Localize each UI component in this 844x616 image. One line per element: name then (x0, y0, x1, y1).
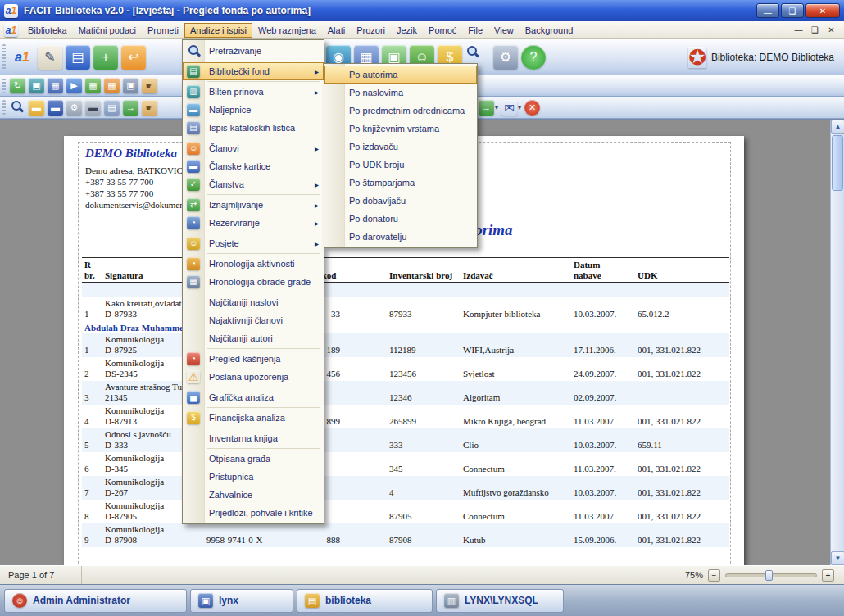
pan-hand-button[interactable]: ☛ (142, 78, 157, 93)
menu-item-najaktivniji-članovi[interactable]: Najaktivniji članovi (183, 311, 324, 329)
minimize-button[interactable] (756, 3, 779, 18)
window-view-button[interactable]: ▣ (123, 78, 138, 93)
zoom-in-button[interactable] (822, 569, 834, 582)
scroll-up-button[interactable] (831, 120, 844, 134)
menubar-item-jezik[interactable]: Jezik (391, 23, 423, 38)
taskbar-panel-biblioteka[interactable]: ▤biblioteka (297, 589, 433, 613)
taskbar-panel-lynx-lynxsql[interactable]: ▥LYNX\LYNXSQL (436, 589, 564, 613)
help-button[interactable]: ? (521, 45, 546, 70)
mdi-close-button[interactable] (825, 25, 837, 36)
submenu-item-label: Po književnim vrstama (349, 124, 439, 134)
submenu-item-po-štamparjama[interactable]: Po štamparjama (324, 174, 477, 192)
logo-a1-button[interactable] (10, 45, 34, 70)
mdi-minimize-button[interactable] (792, 25, 805, 36)
menu-item-članovi[interactable]: ☺Članovi (183, 139, 324, 157)
close-button[interactable] (805, 3, 840, 18)
submenu-item-po-udk-broju[interactable]: Po UDK broju (324, 156, 477, 174)
menu-item-naljepnice[interactable]: ▬Naljepnice (183, 101, 324, 119)
menubar-item-prozori[interactable]: Prozori (351, 23, 391, 38)
submenu-item-po-izdavaču[interactable]: Po izdavaču (324, 138, 477, 156)
library-phone-2: +387 33 55 77 700 (85, 188, 153, 198)
print-setup-button[interactable]: ⚙ (66, 100, 82, 116)
menubar-item-biblioteka[interactable]: Biblioteka (22, 23, 73, 38)
refresh-button[interactable]: ↻ (10, 78, 25, 93)
app-icon[interactable] (4, 4, 18, 18)
menubar-item-prometi[interactable]: Prometi (142, 23, 184, 38)
table-add-button[interactable]: ▦ (85, 78, 101, 93)
menu-item-posjete[interactable]: ☺Posjete (183, 234, 324, 252)
toolbar-grip[interactable] (2, 44, 6, 69)
menubar-item-alati[interactable]: Alati (322, 23, 351, 38)
email-menu-button[interactable]: ✉▾ (501, 100, 521, 116)
submenu-item-po-predmetnim-odrednicama[interactable]: Po predmetnim odrednicama (324, 102, 477, 120)
return-item-button[interactable]: ↩ (121, 45, 146, 70)
menu-item-hronologija-obrade-građe[interactable]: ▦Hronologija obrade građe (183, 273, 324, 291)
menu-item-članstva[interactable]: ✓Članstva (183, 175, 324, 193)
menu-separator (207, 428, 320, 428)
menu-item-pristupnica[interactable]: Pristupnica (183, 468, 324, 486)
zoom-out-button[interactable] (708, 569, 720, 582)
open-report-button[interactable]: ▬ (29, 100, 44, 116)
menu-item-hronologija-aktivnosti[interactable]: ◔Hronologija aktivnosti (183, 255, 324, 273)
toolbar-grip[interactable] (2, 100, 6, 115)
menu-item-label: Članske kartice (209, 161, 270, 171)
menu-item-iznajmljivanje[interactable]: ⇄Iznajmljivanje (183, 196, 324, 214)
submenu-item-po-autorima[interactable]: Po autorima (324, 66, 477, 84)
menubar-item-file[interactable]: File (462, 23, 488, 38)
catalog-book-button[interactable]: ▤ (66, 45, 90, 70)
add-record-button[interactable]: + (93, 45, 118, 70)
menu-item-zahvalnice[interactable]: Zahvalnice (183, 486, 324, 504)
menu-item-inventarna-knjiga[interactable]: Inventarna knjiga (183, 429, 324, 447)
menubar-item-pomoć[interactable]: Pomoć (423, 23, 462, 38)
menu-item-najčitaniji-autori[interactable]: Najčitaniji autori (183, 329, 324, 347)
maximize-button[interactable] (781, 3, 804, 18)
menu-item-članske-kartice[interactable]: ▬Članske kartice (183, 157, 324, 175)
find-button[interactable] (10, 100, 25, 116)
scroll-down-button[interactable] (831, 551, 844, 565)
menubar-item-matični-podaci[interactable]: Matični podaci (73, 23, 142, 38)
menu-item-financijska-analiza[interactable]: $Financijska analiza (183, 409, 324, 427)
submenu-item-po-književnim-vrstama[interactable]: Po književnim vrstama (324, 120, 477, 138)
export-doc-button[interactable]: → (123, 100, 138, 116)
menu-item-prijedlozi-pohvale-i-kritike[interactable]: Prijedlozi, pohvale i kritike (183, 504, 324, 522)
menubar-item-view[interactable]: View (488, 23, 520, 38)
zoom-slider-track[interactable] (725, 573, 817, 578)
run-button[interactable]: ▶ (66, 78, 82, 93)
close-report-button[interactable]: ✕ (524, 100, 540, 116)
submenu-item-po-naslovima[interactable]: Po naslovima (324, 84, 477, 102)
save-report-button[interactable]: ▬ (48, 100, 63, 116)
menu-item-otpisana-građa[interactable]: Otpisana građa (183, 450, 324, 468)
pan-tool-button[interactable]: ☛ (142, 100, 157, 116)
menu-item-najčitaniji-naslovi[interactable]: Najčitaniji naslovi (183, 293, 324, 311)
mdi-restore-button[interactable] (809, 25, 821, 36)
menu-item-bilten-prinova[interactable]: ▥Bilten prinova (183, 83, 324, 101)
taskbar-panel-admin-administrator[interactable]: ☺Admin Administrator (4, 589, 187, 613)
menu-item-pregled-kašnjenja[interactable]: ◔Pregled kašnjenja (183, 350, 324, 368)
grid-view-button[interactable]: ▦ (48, 78, 63, 93)
menu-item-bibliotečki-fond[interactable]: ▤Bibliotečki fond (183, 62, 324, 80)
page-options-button[interactable]: ▤ (104, 100, 120, 116)
table-edit-button[interactable]: ▦ (104, 78, 120, 93)
signature-pen-button[interactable]: ✎ (38, 45, 62, 70)
menubar-item-analize-i-ispisi[interactable]: Analize i ispisi (184, 23, 252, 38)
panel-button[interactable]: ▣ (29, 78, 44, 93)
taskbar-panel-lynx[interactable]: ▣lynx (190, 589, 293, 613)
menubar-item-background[interactable]: Background (520, 23, 579, 38)
menu-item-pretraživanje[interactable]: Pretraživanje (183, 42, 324, 60)
print-button[interactable]: ▬ (85, 100, 101, 116)
vertical-scrollbar[interactable] (830, 120, 844, 565)
toolbar-grip[interactable] (2, 79, 6, 93)
scrollbar-thumb[interactable] (832, 135, 843, 191)
submenu-item-po-darovatelju[interactable]: Po darovatelju (324, 228, 477, 246)
menubar-app-icon[interactable] (4, 23, 18, 37)
menu-item-ispis-kataloskih-listića[interactable]: ▤Ispis kataloskih listića (183, 119, 324, 137)
submenu-item-po-donatoru[interactable]: Po donatoru (324, 210, 477, 228)
menu-item-rezerviranje[interactable]: ◔Rezerviranje (183, 214, 324, 232)
zoom-slider-thumb[interactable] (765, 570, 773, 581)
menu-item-poslana-upozorenja[interactable]: ⚠Poslana upozorenja (183, 368, 324, 386)
menubar-item-web-razmjena[interactable]: Web razmjena (252, 23, 322, 38)
submenu-item-po-dobavljaču[interactable]: Po dobavljaču (324, 192, 477, 210)
menu-item-grafička-analiza[interactable]: ▅Grafička analiza (183, 388, 324, 406)
export-menu-button[interactable]: →▾ (479, 100, 498, 116)
settings-gears-button[interactable]: ⚙ (493, 45, 518, 70)
